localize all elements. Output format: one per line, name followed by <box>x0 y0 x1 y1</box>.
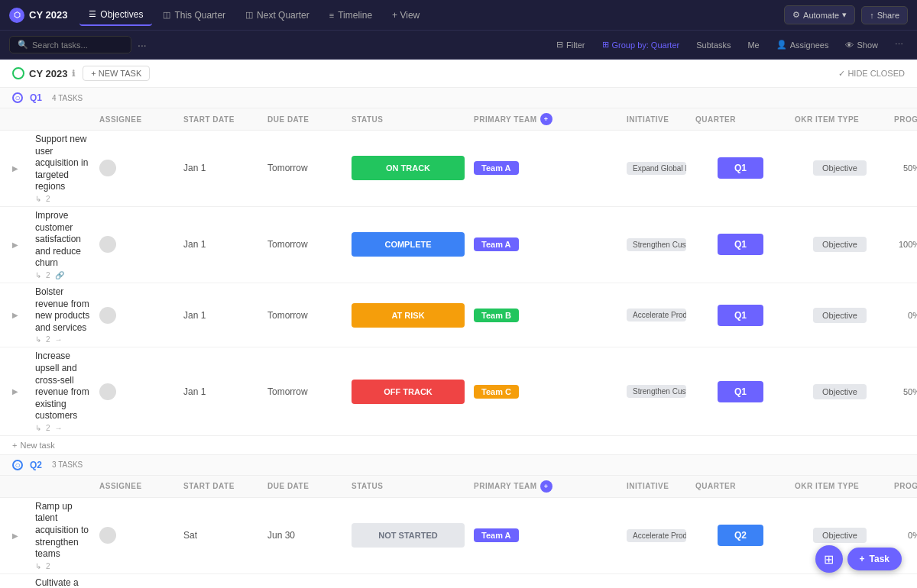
team-badge-Q2-0[interactable]: Team A <box>474 528 519 542</box>
task-name-text-Q1-3: Increase upsell and cross-sell revenue f… <box>35 351 90 422</box>
initiative-badge-Q1-1: Strengthen Customer Retenti... <box>627 238 686 251</box>
task-name-text-Q1-0: Support new user acquisition in targeted… <box>35 134 90 193</box>
col-progress-Q2: PROGRESS + <box>889 479 917 494</box>
share-button[interactable]: ↑ Share <box>861 6 908 24</box>
quarter-label-Q2: Q2 <box>30 460 42 470</box>
task-meta-Q2-0: ↳ 2 <box>35 562 90 570</box>
team-badge-Q1-2[interactable]: Team B <box>474 309 519 322</box>
show-button[interactable]: 👁 Show <box>841 38 883 52</box>
initiative-badge-Q1-3: Strengthen Customer Retenti... <box>627 385 686 398</box>
col-assignee-Q2: ASSIGNEE <box>95 482 179 490</box>
subtask-count-Q1-2: 2 <box>46 335 50 344</box>
fab-grid-icon[interactable]: ⊞ <box>815 545 843 573</box>
row-status-Q1-0[interactable]: ON TRACK <box>347 153 469 183</box>
new-task-button[interactable]: + NEW TASK <box>83 66 150 81</box>
status-badge-Q1-2[interactable]: AT RISK <box>352 303 465 328</box>
automate-button[interactable]: ⚙ Automate ▾ <box>784 5 855 24</box>
fab-task-label: Task <box>870 554 889 564</box>
filter-button[interactable]: ⊟ Filter <box>552 37 589 52</box>
row-okr-type-Q1-0: Objective <box>790 157 889 179</box>
next-quarter-icon: ◫ <box>245 10 253 20</box>
row-quarter-Q1-3: Q1 <box>691 378 790 405</box>
row-due-date-Q1-0: Tomorrow <box>263 160 347 176</box>
row-due-date-Q1-1: Tomorrow <box>263 236 347 253</box>
team-badge-Q1-0[interactable]: Team A <box>474 161 519 175</box>
status-badge-Q1-1[interactable]: COMPLETE <box>352 232 465 257</box>
subtask-count-Q1-1: 2 <box>46 271 50 279</box>
row-status-Q1-3[interactable]: OFF TRACK <box>347 376 469 407</box>
row-expand-Q1-3[interactable]: ▶ <box>0 384 31 399</box>
row-start-date-Q1-1: Jan 1 <box>179 236 263 253</box>
tab-add-view[interactable]: + View <box>383 5 429 25</box>
status-badge-Q1-3[interactable]: OFF TRACK <box>352 380 465 404</box>
quarter-header-Q1: ○ Q1 4 TASKS <box>0 88 917 108</box>
table-header-Q2: ASSIGNEE START DATE DUE DATE STATUS PRIM… <box>0 476 917 498</box>
quarter-toggle-Q1[interactable]: ○ <box>12 92 23 103</box>
filter-icon: ⊟ <box>556 40 563 50</box>
col-primary-team-Q1: PRIMARY TEAM + <box>469 113 622 125</box>
col-okr-type-Q2: OKR ITEM TYPE <box>790 482 889 490</box>
filter-label: Filter <box>566 40 585 50</box>
subtask-icon-Q1-3: ↳ <box>35 424 41 432</box>
subtasks-button[interactable]: Subtasks <box>692 38 735 52</box>
row-expand-Q1-1[interactable]: ▶ <box>0 237 31 252</box>
hide-closed-button[interactable]: ✓ HIDE CLOSED <box>838 69 905 79</box>
row-status-Q2-1[interactable]: NOT STARTED <box>347 585 469 588</box>
primary-team-add-Q1[interactable]: + <box>540 113 552 125</box>
tab-objectives[interactable]: ☰ Objectives <box>79 5 152 26</box>
objectives-icon: ☰ <box>89 9 96 19</box>
row-progress-Q2-0: 0% <box>889 528 917 543</box>
row-start-date-Q1-2: Jan 1 <box>179 307 263 324</box>
row-task-name-Q1-3: Increase upsell and cross-sell revenue f… <box>31 347 95 435</box>
assignee-avatar-Q2-0 <box>99 527 116 544</box>
row-primary-team-Q1-3: Team C <box>469 382 622 402</box>
row-primary-team-Q1-2: Team B <box>469 305 622 325</box>
row-status-Q1-1[interactable]: COMPLETE <box>347 229 469 260</box>
status-badge-Q2-0[interactable]: NOT STARTED <box>352 523 465 548</box>
search-box[interactable]: 🔍 Search tasks... <box>9 36 131 53</box>
subtask-icon-Q1-2: ↳ <box>35 335 41 344</box>
table-row[interactable]: ▶ Improve customer satisfaction and redu… <box>0 207 917 283</box>
row-primary-team-Q2-0: Team A <box>469 525 622 545</box>
tab-next-quarter[interactable]: ◫ Next Quarter <box>236 5 319 25</box>
quarter-table-badge-Q1-2: Q1 <box>718 305 763 326</box>
tab-this-quarter[interactable]: ◫ This Quarter <box>154 5 235 25</box>
row-status-Q1-2[interactable]: AT RISK <box>347 300 469 331</box>
assignees-icon: 👤 <box>776 40 787 50</box>
table-row[interactable]: ▶ Increase upsell and cross-sell revenue… <box>0 347 917 436</box>
tab-timeline[interactable]: ≡ Timeline <box>320 5 381 25</box>
col-quarter-Q2: QUARTER <box>691 482 790 490</box>
more-options-icon[interactable]: ··· <box>138 39 147 51</box>
primary-team-add-Q2[interactable]: + <box>540 480 552 493</box>
assignees-button[interactable]: 👤 Assignees <box>772 37 834 52</box>
tab-next-quarter-label: Next Quarter <box>257 10 309 21</box>
table-row[interactable]: ▶ Ramp up talent acquisition to strength… <box>0 498 917 574</box>
toolbar-more-icon[interactable]: ⋯ <box>890 37 908 52</box>
tab-this-quarter-label: This Quarter <box>174 10 225 21</box>
new-task-text-Q1: New task <box>20 441 54 450</box>
me-button[interactable]: Me <box>743 38 763 52</box>
fab-task-button[interactable]: + Task <box>847 548 902 570</box>
automate-chevron-icon: ▾ <box>842 10 847 20</box>
col-progress-Q1: PROGRESS + <box>889 111 917 127</box>
table-row[interactable]: ▶ Support new user acquisition in target… <box>0 131 917 207</box>
col-start-date-Q1: START DATE <box>179 115 263 124</box>
row-assignee-Q2-0 <box>95 524 179 547</box>
row-expand-Q2-0[interactable]: ▶ <box>0 528 31 543</box>
row-status-Q2-0[interactable]: NOT STARTED <box>347 520 469 551</box>
row-due-date-Q2-0: Jun 30 <box>263 527 347 544</box>
automate-icon: ⚙ <box>792 10 800 20</box>
new-task-row-Q1[interactable]: +New task <box>0 436 917 454</box>
table-row[interactable]: ▶ Bolster revenue from new products and … <box>0 283 917 347</box>
quarter-toggle-Q2[interactable]: ○ <box>12 460 23 470</box>
team-badge-Q1-1[interactable]: Team A <box>474 237 519 251</box>
group-by-button[interactable]: ⊞ Group by: Quarter <box>598 37 685 52</box>
toolbar: 🔍 Search tasks... ··· ⊟ Filter ⊞ Group b… <box>0 31 917 60</box>
team-badge-Q1-3[interactable]: Team C <box>474 385 519 399</box>
row-expand-Q1-2[interactable]: ▶ <box>0 308 31 322</box>
okr-type-badge-Q1-3: Objective <box>813 384 867 399</box>
table-row[interactable]: ▶ Cultivate a customer community ↳ 2 🔗 S… <box>0 574 917 588</box>
status-badge-Q1-0[interactable]: ON TRACK <box>352 156 465 180</box>
row-expand-Q1-0[interactable]: ▶ <box>0 161 31 176</box>
quarter-table-badge-Q1-1: Q1 <box>718 234 763 255</box>
